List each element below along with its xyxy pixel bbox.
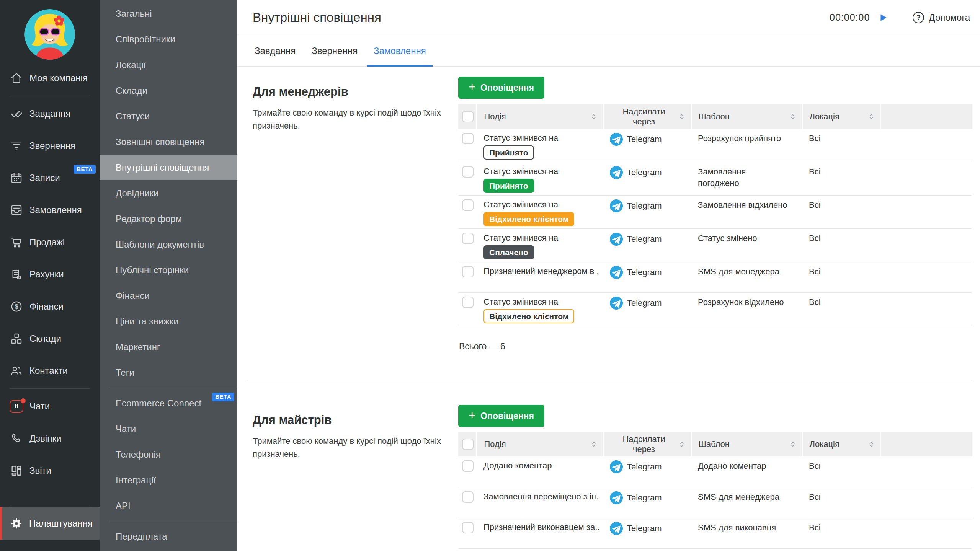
sidebar-item-sales[interactable]: Продажі	[0, 226, 100, 258]
template-label: SMS для виконавця	[698, 523, 776, 532]
settings-nav-warehouses[interactable]: Склади	[100, 78, 237, 103]
settings-nav-general[interactable]: Загальні	[100, 1, 237, 26]
select-all-checkbox[interactable]	[462, 111, 474, 122]
channel-label: Telegram	[627, 200, 662, 212]
location-label: Всі	[809, 523, 821, 532]
telegram-icon	[610, 166, 623, 179]
row-checkbox[interactable]	[462, 133, 474, 144]
column-header-channel: Надсилати через	[611, 107, 678, 127]
row-checkbox[interactable]	[462, 297, 474, 308]
sort-icon[interactable]	[789, 112, 797, 121]
row-checkbox[interactable]	[462, 266, 474, 277]
sidebar-item-contacts[interactable]: Контакти	[0, 355, 100, 387]
row-checkbox[interactable]	[462, 166, 474, 178]
settings-nav-employees[interactable]: Співробітники	[100, 26, 237, 52]
section-description: Тримайте свою команду в курсі подій щодо…	[253, 435, 443, 461]
settings-nav-ecommerce-connect[interactable]: Ecommerce Connect BETA	[100, 390, 237, 416]
template-label: Розрахунок прийнято	[698, 134, 781, 143]
table-row[interactable]: Статус змінився наПрийнято Telegram Розр…	[458, 129, 972, 162]
sort-icon[interactable]	[678, 440, 686, 448]
sidebar-item-my-company[interactable]: Моя компанія	[0, 62, 100, 94]
location-label: Всі	[809, 167, 821, 176]
settings-nav-tags[interactable]: Теги	[100, 360, 237, 385]
sidebar-item-leads[interactable]: Звернення	[0, 130, 100, 162]
sort-icon[interactable]	[678, 112, 686, 121]
sort-icon[interactable]	[590, 112, 598, 121]
settings-nav-marketing[interactable]: Маркетинг	[100, 334, 237, 360]
sort-icon[interactable]	[867, 440, 875, 448]
telegram-icon	[610, 266, 623, 279]
settings-nav-chats[interactable]: Чати	[100, 416, 237, 442]
help-button[interactable]: ? Допомога	[913, 12, 970, 23]
tab-leads[interactable]: Звернення	[305, 35, 364, 66]
table-row[interactable]: Статус змінився наВідхилено клієнтом Tel…	[458, 293, 972, 326]
sidebar-item-finance[interactable]: $ Фінанси	[0, 290, 100, 323]
sidebar-item-invoices[interactable]: Рахунки	[0, 258, 100, 290]
play-icon[interactable]	[878, 13, 888, 23]
warehouse-icon	[10, 332, 23, 346]
settings-nav-directories[interactable]: Довідники	[100, 180, 237, 206]
table-row[interactable]: Статус змінився наВідхилено клієнтом Tel…	[458, 196, 972, 229]
settings-nav-integrations[interactable]: Інтеграції	[100, 467, 237, 493]
settings-nav-internal-notifications[interactable]: Внутрішні сповіщення	[100, 155, 237, 180]
settings-nav-subscription[interactable]: Передплата	[100, 523, 237, 549]
settings-nav-document-templates[interactable]: Шаблони документів	[100, 231, 237, 257]
settings-nav-statuses[interactable]: Статуси	[100, 103, 237, 129]
sidebar-item-reports[interactable]: Звіти	[0, 455, 100, 487]
tab-tasks[interactable]: Завдання	[248, 35, 302, 66]
topbar-right: 00:00:00 ? Допомога	[830, 12, 970, 23]
telegram-icon	[610, 491, 623, 504]
channel-label: Telegram	[627, 167, 662, 178]
sidebar-divider	[10, 388, 90, 389]
sort-icon[interactable]	[590, 440, 598, 448]
sort-icon[interactable]	[867, 112, 875, 121]
table-row[interactable]: Призначений менеджером в ... Telegram SM…	[458, 262, 972, 293]
column-header-location: Локація	[810, 112, 840, 122]
table-row[interactable]: Статус змінився наПрийнято Telegram Замо…	[458, 162, 972, 196]
page-title: Внутрішні сповіщення	[253, 10, 381, 25]
location-label: Всі	[809, 492, 821, 502]
settings-nav-api[interactable]: API	[100, 493, 237, 518]
table-row[interactable]: Замовлення переміщено з ін... Telegram S…	[458, 487, 972, 518]
settings-nav-telephony[interactable]: Телефонія	[100, 442, 237, 467]
telegram-icon	[610, 133, 623, 146]
row-checkbox[interactable]	[462, 233, 474, 244]
tab-orders[interactable]: Замовлення	[367, 35, 433, 66]
sort-icon[interactable]	[789, 440, 797, 448]
row-checkbox[interactable]	[462, 522, 474, 533]
event-text: Статус змінився на	[483, 297, 599, 307]
sidebar-item-warehouses[interactable]: Склади	[0, 323, 100, 355]
row-checkbox[interactable]	[462, 199, 474, 211]
plus-icon: +	[469, 409, 475, 421]
table-row[interactable]: Додано коментар Telegram Додано коментар…	[458, 456, 972, 487]
svg-text:$: $	[15, 303, 18, 310]
section-description: Тримайте свою команду в курсі подій щодо…	[253, 106, 443, 132]
row-checkbox[interactable]	[462, 460, 474, 472]
table-header-row: Подія Надсилати через Шаблон Локація	[458, 104, 972, 129]
avatar[interactable]	[24, 9, 75, 60]
table-row[interactable]: Статус змінився наСплачено Telegram Стат…	[458, 229, 972, 262]
channel-label: Telegram	[627, 492, 662, 504]
sidebar-item-orders[interactable]: Замовлення	[0, 194, 100, 226]
select-all-checkbox[interactable]	[462, 439, 474, 450]
contacts-icon	[10, 364, 23, 378]
settings-nav-external-notifications[interactable]: Зовнішні сповіщення	[100, 129, 237, 155]
sidebar-item-settings[interactable]: Налаштування	[0, 507, 100, 540]
table-row[interactable]: Призначений виконавцем за... Telegram SM…	[458, 518, 972, 548]
channel-label: Telegram	[627, 523, 662, 534]
settings-nav-prices-discounts[interactable]: Ціни та знижки	[100, 308, 237, 334]
add-notification-button[interactable]: + Оповіщення	[458, 405, 544, 427]
sidebar-divider	[10, 96, 90, 96]
row-checkbox[interactable]	[462, 491, 474, 503]
settings-nav-form-editor[interactable]: Редактор форм	[100, 206, 237, 231]
telegram-icon	[610, 297, 623, 310]
sidebar-item-appointments[interactable]: Записи BETA	[0, 162, 100, 194]
sidebar-item-tasks[interactable]: Завдання	[0, 98, 100, 130]
settings-nav-public-pages[interactable]: Публічні сторінки	[100, 257, 237, 283]
sidebar-item-chats[interactable]: 8 Чати	[0, 390, 100, 422]
add-notification-button[interactable]: + Оповіщення	[458, 77, 544, 99]
sidebar-item-calls[interactable]: Дзвінки	[0, 422, 100, 455]
settings-nav-locations[interactable]: Локації	[100, 52, 237, 78]
settings-nav-finance[interactable]: Фінанси	[100, 283, 237, 308]
total-count: Всього — 6	[459, 341, 972, 352]
